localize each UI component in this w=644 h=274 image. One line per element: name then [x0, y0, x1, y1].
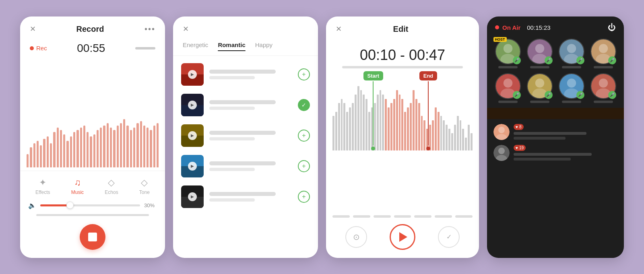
music-thumb[interactable]: ▶ — [181, 94, 204, 116]
avatar-item[interactable]: HOST 🎤 — [493, 39, 522, 68]
music-add-btn[interactable]: + — [298, 160, 310, 172]
thumb-play-icon[interactable]: ▶ — [188, 192, 197, 201]
edit-play-btn[interactable] — [390, 224, 415, 250]
tab-romantic[interactable]: Romantic — [218, 41, 245, 51]
music-add-btn[interactable]: + — [298, 130, 310, 142]
record-bottom-nav: ✦ Effects ♫ Music ◇ Echos ◇ Tone — [20, 171, 165, 198]
power-btn[interactable]: ⏻ — [608, 23, 616, 32]
avatar-item[interactable]: 🎤 — [525, 73, 554, 103]
chat-line-short — [514, 158, 571, 161]
onair-dot — [495, 25, 499, 29]
music-item: ▶ + — [173, 59, 318, 90]
edit-close-btn[interactable]: ✕ — [336, 25, 342, 33]
music-add-btn[interactable]: + — [298, 68, 310, 80]
nav-music[interactable]: ♫ Music — [71, 177, 84, 195]
music-add-btn[interactable]: ✓ — [298, 99, 310, 111]
music-tabs: Energetic Romantic Happy — [173, 38, 318, 56]
avatar-item[interactable]: 🎤 — [589, 73, 617, 103]
chat-content: ♥ 8 — [514, 124, 617, 140]
chat-item: ♥ 8 — [493, 124, 617, 140]
rewind-icon: ⊙ — [353, 232, 360, 242]
music-close-btn[interactable]: ✕ — [183, 25, 189, 33]
edit-bar — [390, 103, 392, 150]
wave-bar — [80, 128, 82, 167]
wave-bar — [37, 141, 39, 167]
thumb-play-icon[interactable]: ▶ — [188, 162, 197, 171]
start-marker[interactable]: Start — [363, 71, 384, 150]
rec-dot — [30, 46, 34, 50]
thumb-play-icon[interactable]: ▶ — [188, 70, 197, 79]
wave-bar — [153, 126, 155, 167]
music-add-btn[interactable]: + — [298, 191, 310, 203]
avatar-wrap: HOST 🎤 — [495, 39, 521, 64]
music-sub-stub — [209, 168, 255, 171]
wave-bar — [147, 128, 149, 167]
nav-tone[interactable]: ◇ Tone — [139, 177, 150, 195]
edit-rewind-btn[interactable]: ⊙ — [345, 226, 367, 248]
music-info — [209, 161, 292, 171]
music-sub-stub — [209, 107, 255, 110]
end-marker[interactable]: End — [419, 71, 438, 150]
music-thumb[interactable]: ▶ — [181, 63, 204, 86]
stop-record-btn[interactable] — [80, 224, 105, 250]
avatar-item[interactable]: 🎤 — [557, 39, 586, 68]
chat-avatar-svg — [493, 124, 510, 140]
chat-item: ♥ 19 — [493, 145, 617, 161]
wave-bar — [143, 126, 145, 167]
rec-status-row: Rec 00:55 — [20, 39, 165, 56]
svg-point-29 — [567, 78, 576, 88]
edit-bar — [341, 99, 343, 150]
music-sub-stub — [209, 198, 255, 202]
chat-avatar — [493, 145, 510, 161]
tone-icon: ◇ — [141, 177, 148, 188]
tab-happy[interactable]: Happy — [255, 41, 272, 51]
tab-energetic[interactable]: Energetic — [183, 41, 208, 51]
wave-bar — [140, 121, 142, 167]
thumb-play-icon[interactable]: ▶ — [188, 131, 197, 140]
onair-header: On Air 00:15:23 ⏻ — [487, 16, 624, 37]
heart-icon: ♥ — [516, 146, 518, 150]
music-title-stub — [209, 192, 276, 196]
avatar-wrap: 🎤 — [559, 73, 584, 99]
avatar-item[interactable]: 🎤 — [589, 39, 617, 68]
heart-badge: ♥ 8 — [514, 124, 524, 130]
music-title-stub — [209, 70, 276, 74]
check-icon: ✓ — [446, 233, 452, 241]
nav-effects[interactable]: ✦ Effects — [35, 177, 50, 195]
avatar-wrap: 🎤 — [527, 39, 553, 64]
waveform-container — [20, 56, 165, 171]
music-sub-stub — [209, 137, 255, 140]
edit-bar — [460, 120, 462, 150]
avatar-item[interactable]: 🎤 — [493, 73, 522, 103]
chat-avatar — [493, 124, 510, 140]
svg-point-35 — [498, 127, 505, 133]
thumb-play-icon[interactable]: ▶ — [188, 101, 197, 109]
avatar-name-stub — [530, 101, 549, 103]
avatar-item[interactable]: 🎤 — [557, 73, 586, 103]
edit-check-btn[interactable]: ✓ — [438, 226, 460, 248]
svg-point-14 — [535, 44, 544, 53]
waveform — [27, 115, 159, 167]
record-more-btn[interactable]: ••• — [144, 25, 155, 34]
music-thumb[interactable]: ▶ — [181, 124, 204, 147]
rec-label: Rec — [36, 45, 47, 52]
volume-track[interactable] — [40, 204, 140, 206]
start-label: Start — [363, 71, 384, 80]
volume-pct: 30% — [144, 202, 157, 208]
wave-bar — [70, 136, 72, 167]
edit-bar — [355, 95, 357, 150]
chat-list: ♥ 8 ♥ 19 — [487, 121, 624, 258]
nav-echos[interactable]: ◇ Echos — [105, 177, 118, 195]
music-thumb[interactable]: ▶ — [181, 155, 204, 177]
avatar-name-stub — [594, 101, 613, 103]
wave-bar — [87, 132, 89, 167]
volume-thumb[interactable] — [66, 202, 74, 209]
wave-bar — [43, 139, 45, 167]
avatar-item[interactable]: 🎤 — [525, 39, 554, 68]
host-badge: HOST — [493, 37, 507, 42]
svg-point-20 — [599, 44, 608, 53]
music-thumb[interactable]: ▶ — [181, 185, 204, 208]
avatar-name-stub — [498, 101, 518, 103]
record-close-btn[interactable]: ✕ — [30, 25, 36, 33]
onair-divider — [487, 108, 624, 119]
